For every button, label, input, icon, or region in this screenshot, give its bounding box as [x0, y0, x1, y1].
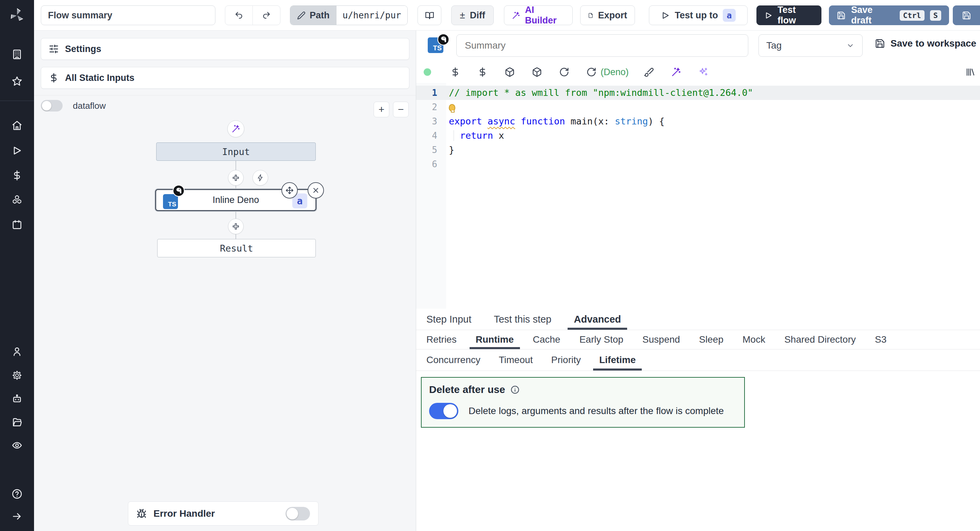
- tab-cache[interactable]: Cache: [531, 330, 562, 349]
- test-up-to-button[interactable]: Test up to a: [649, 5, 748, 25]
- error-handler-toggle[interactable]: [285, 507, 310, 520]
- input-node[interactable]: Input: [156, 143, 316, 161]
- path-value: u/henri/pur: [337, 6, 407, 25]
- collapse-arrow-icon[interactable]: [11, 511, 22, 522]
- delete-after-use-section: Delete after use Delete logs, arguments …: [421, 377, 745, 428]
- code-line-2: [416, 100, 980, 114]
- add-step-button-bottom[interactable]: [228, 219, 243, 234]
- save-draft-label: Save draft: [851, 5, 894, 26]
- ai-wand-icon[interactable]: [671, 67, 681, 77]
- tab-retries[interactable]: Retries: [425, 330, 458, 349]
- package-icon[interactable]: [504, 67, 515, 77]
- tab-timeout[interactable]: Timeout: [498, 349, 534, 371]
- runs-play-icon[interactable]: [11, 145, 22, 156]
- resources-cubes-icon[interactable]: [11, 195, 22, 205]
- tab-suspend[interactable]: Suspend: [641, 330, 682, 349]
- favorites-star-icon[interactable]: [11, 76, 22, 87]
- tab-step-input[interactable]: Step Input: [425, 309, 473, 330]
- code-comment: // import * as wmill from "npm:windmill-…: [449, 87, 753, 98]
- ai-builder-button[interactable]: AI Builder: [504, 5, 573, 25]
- delete-after-use-toggle[interactable]: [429, 403, 458, 419]
- summary-input[interactable]: [456, 34, 748, 57]
- tab-runtime[interactable]: Runtime: [474, 330, 515, 349]
- tab-mock[interactable]: Mock: [741, 330, 767, 349]
- error-handler-card[interactable]: Error Handler: [128, 501, 318, 526]
- static-inputs-dollar-icon[interactable]: [450, 67, 460, 77]
- undo-button[interactable]: [225, 6, 253, 25]
- tab-early-stop[interactable]: Early Stop: [578, 330, 625, 349]
- result-node[interactable]: Result: [157, 239, 316, 257]
- schedules-calendar-icon[interactable]: [11, 219, 22, 230]
- format-brush-icon[interactable]: [644, 67, 654, 77]
- tab-test-this-step[interactable]: Test this step: [492, 309, 553, 330]
- diff-button[interactable]: ± Diff: [451, 5, 494, 25]
- test-flow-button[interactable]: Test flow: [756, 5, 821, 25]
- reload-icon[interactable]: [559, 67, 569, 77]
- tab-lifetime[interactable]: Lifetime: [598, 349, 637, 371]
- tab-sleep[interactable]: Sleep: [698, 330, 725, 349]
- save-flow-button[interactable]: [953, 5, 980, 25]
- tab-s3[interactable]: S3: [873, 330, 888, 349]
- save-floppy-icon: [837, 11, 846, 20]
- undo-redo-group: [225, 5, 280, 25]
- settings-gear-icon[interactable]: [11, 370, 22, 381]
- code-token: async: [488, 116, 515, 127]
- runtime-tabs: Concurrency Timeout Priority Lifetime: [416, 349, 980, 371]
- ai-step-wand-button[interactable]: [227, 120, 244, 137]
- tab-concurrency[interactable]: Concurrency: [425, 349, 482, 371]
- save-draft-button[interactable]: Save draft Ctrl S: [829, 5, 949, 25]
- home-icon[interactable]: [11, 120, 22, 131]
- save-to-workspace-button[interactable]: Save to workspace: [875, 38, 976, 49]
- status-dot-green: [424, 68, 431, 76]
- dataflow-toggle[interactable]: .tgl{--k:28px}.tgl::after{width:28px;hei…: [41, 100, 63, 111]
- dataflow-toggle-row: .tgl{--k:28px}.tgl::after{width:28px;hei…: [41, 100, 106, 111]
- path-label-segment: Path: [290, 6, 337, 25]
- code-editor[interactable]: 1 2 3 4 5 6 // import * as wmill from "n…: [416, 83, 980, 309]
- sparkles-icon[interactable]: [698, 67, 708, 77]
- tab-priority[interactable]: Priority: [550, 349, 582, 371]
- step-node-inline-deno[interactable]: TS Inline Deno a: [155, 189, 317, 211]
- redo-button[interactable]: [253, 6, 280, 25]
- workers-bot-icon[interactable]: [11, 394, 22, 404]
- docs-book-button[interactable]: [417, 5, 441, 25]
- delete-step-button[interactable]: [308, 182, 324, 198]
- flow-summary-input[interactable]: [41, 5, 215, 25]
- tab-shared-directory[interactable]: Shared Directory: [783, 330, 857, 349]
- path-button[interactable]: Path u/henri/pur: [290, 5, 408, 25]
- variables-dollar-icon[interactable]: [477, 67, 488, 77]
- tag-select[interactable]: Tag: [759, 34, 862, 57]
- app-sidebar: [0, 0, 34, 531]
- code-token: function: [520, 116, 565, 127]
- kbd-s: S: [930, 10, 941, 21]
- tab-advanced[interactable]: Advanced: [572, 309, 622, 330]
- add-step-button-top[interactable]: [228, 170, 243, 185]
- zoom-out-button[interactable]: −: [393, 101, 409, 117]
- library-icon[interactable]: [966, 67, 975, 77]
- zoom-in-button[interactable]: +: [374, 101, 389, 117]
- info-icon[interactable]: [511, 385, 520, 394]
- help-icon[interactable]: [11, 488, 22, 499]
- windmill-logo[interactable]: [8, 6, 27, 25]
- plus-icon: [231, 222, 240, 231]
- sidebar-divider: [0, 101, 34, 101]
- all-static-inputs-button[interactable]: All Static Inputs: [41, 67, 409, 89]
- magic-wand-icon: [512, 11, 520, 20]
- package-icon-2[interactable]: [532, 67, 542, 77]
- workspace-icon[interactable]: [11, 49, 22, 60]
- trigger-zap-button[interactable]: [253, 170, 268, 185]
- reload-lang-icon[interactable]: [586, 67, 597, 77]
- variables-dollar-icon[interactable]: [11, 170, 22, 181]
- topbar: Path u/henri/pur ± Diff AI Builder Expor…: [34, 0, 980, 30]
- audit-eye-icon[interactable]: [11, 440, 22, 451]
- pencil-icon: [297, 11, 305, 20]
- delete-after-use-title: Delete after use: [429, 384, 505, 395]
- export-button[interactable]: Export: [580, 5, 635, 25]
- flow-settings-button[interactable]: Settings: [41, 38, 409, 60]
- test-flow-label: Test flow: [778, 5, 814, 26]
- step-tabs: Step Input Test this step Advanced: [416, 309, 980, 330]
- folders-icon[interactable]: [11, 417, 22, 428]
- deno-runtime-label: (Deno): [601, 67, 629, 78]
- lightbulb-icon[interactable]: [449, 104, 455, 111]
- users-icon[interactable]: [11, 346, 22, 357]
- move-step-button[interactable]: [282, 182, 298, 198]
